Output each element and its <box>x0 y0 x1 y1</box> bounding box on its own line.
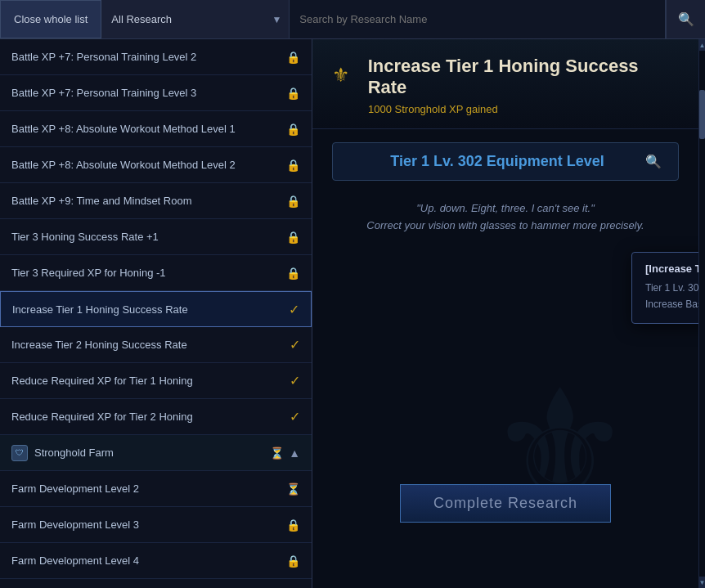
lock-icon: 🔒 <box>286 267 300 280</box>
close-whole-list-button[interactable]: Close whole list <box>0 0 101 38</box>
flavor-line1: "Up. down. Eight, three. I can't see it.… <box>332 200 679 218</box>
stronghold-farm-category[interactable]: 🛡 Stronghold Farm ⏳ ▲ <box>0 435 312 471</box>
list-item[interactable]: Reduce Required XP for Tier 2 Honing ✓ <box>0 399 312 435</box>
hourglass-icon: ⏳ <box>286 483 300 496</box>
app-header: Close whole list All Research ▼ 🔍 <box>0 0 705 39</box>
list-item-label: Battle XP +7: Personal Training Level 3 <box>11 87 196 99</box>
tooltip-line2: Increase Basic Honing Success Rate +20% <box>645 296 698 312</box>
scroll-up-arrow[interactable]: ▲ <box>699 39 705 51</box>
list-item-label: Battle XP +9: Time and Mindset Room <box>11 195 192 207</box>
category-actions: ⏳ ▲ <box>270 447 300 460</box>
tooltip-title: [Increase Tier 1 Honing Success Rate] <box>645 263 698 275</box>
shield-icon: 🛡 <box>11 445 28 461</box>
check-icon: ✓ <box>290 409 300 424</box>
detail-panel: ⚜ ⚜ Increase Tier 1 Honing Success Rate … <box>312 39 698 588</box>
research-filter-dropdown[interactable]: All Research <box>101 0 290 38</box>
check-icon: ✓ <box>290 337 300 352</box>
research-title-row: ⚜ Increase Tier 1 Honing Success Rate <box>332 56 679 98</box>
list-item[interactable]: Increase Tier 2 Honing Success Rate ✓ <box>0 327 312 363</box>
list-item[interactable]: Battle XP +9: Time and Mindset Room 🔒 <box>0 183 312 219</box>
list-item-label: Reduce Required XP for Tier 2 Honing <box>11 411 193 423</box>
search-input[interactable] <box>290 0 665 38</box>
lock-icon: 🔒 <box>286 51 300 64</box>
lock-icon: 🔒 <box>286 518 300 532</box>
equipment-search-icon[interactable]: 🔍 <box>645 154 662 169</box>
list-item[interactable]: Battle XP +8: Absolute Workout Method Le… <box>0 147 312 183</box>
list-item[interactable]: Battle XP +7: Personal Training Level 3 … <box>0 75 312 111</box>
list-item-label: Tier 3 Required XP for Honing -1 <box>11 267 166 279</box>
xp-label-text: Stronghold XP gained <box>395 103 498 115</box>
complete-btn-area: Complete Research <box>312 468 698 539</box>
list-item-label: Battle XP +7: Personal Training Level 2 <box>11 51 196 63</box>
research-filter-dropdown-wrap: All Research ▼ <box>101 0 290 38</box>
list-item[interactable]: Farm Development Level 4 🔒 <box>0 543 312 579</box>
research-title: Increase Tier 1 Honing Success Rate <box>368 56 679 98</box>
list-item-label: Farm Development Level 2 <box>11 483 139 495</box>
check-icon: ✓ <box>290 373 300 388</box>
list-item-label: Battle XP +8: Absolute Workout Method Le… <box>11 123 236 135</box>
list-item-label: Tier 3 Honing Success Rate +1 <box>11 231 159 243</box>
list-item[interactable]: Battle XP +7: Personal Training Level 2 … <box>0 39 312 75</box>
list-item[interactable]: Tier 3 Required XP for Honing -1 🔒 <box>0 255 312 291</box>
lock-icon: 🔒 <box>286 123 300 136</box>
search-icon: 🔍 <box>678 11 694 27</box>
check-icon: ✓ <box>289 302 299 317</box>
equipment-level-title: Tier 1 Lv. 302 Equipment Level <box>349 153 645 170</box>
equipment-level-box: Tier 1 Lv. 302 Equipment Level 🔍 <box>332 142 679 181</box>
list-item[interactable]: Farm Development Level 2 ⏳ <box>0 471 312 507</box>
scroll-down-arrow[interactable]: ▼ <box>699 577 705 588</box>
lock-icon: 🔒 <box>286 231 300 244</box>
list-item[interactable]: Farm Development Level 3 🔒 <box>0 507 312 543</box>
list-item-label: Battle XP +8: Absolute Workout Method Le… <box>11 159 236 171</box>
chevron-up-icon[interactable]: ▲ <box>289 447 300 460</box>
research-emblem-icon: ⚜ <box>332 64 358 90</box>
list-item[interactable]: Tier 3 Honing Success Rate +1 🔒 <box>0 219 312 255</box>
list-item-label: Reduce Required XP for Tier 1 Honing <box>11 375 193 387</box>
lock-icon: 🔒 <box>286 159 300 172</box>
list-item-label: Increase Tier 1 Honing Success Rate <box>12 303 188 316</box>
research-header: ⚜ Increase Tier 1 Honing Success Rate 10… <box>312 39 698 129</box>
tooltip-box: [Increase Tier 1 Honing Success Rate] Ti… <box>631 252 698 324</box>
xp-amount: 1000 <box>368 103 392 115</box>
lock-icon: 🔒 <box>286 87 300 100</box>
flavor-text: "Up. down. Eight, three. I can't see it.… <box>312 194 698 241</box>
hourglass-icon: ⏳ <box>270 447 284 460</box>
background-emblem: ⚜ <box>420 310 698 588</box>
vertical-scrollbar: ▲ ▼ <box>698 39 705 588</box>
list-item-label: Increase Tier 2 Honing Success Rate <box>11 339 187 351</box>
flavor-line2: Correct your vision with glasses to hamm… <box>332 218 679 235</box>
search-button[interactable]: 🔍 <box>666 0 705 38</box>
list-item[interactable]: Battle XP +8: Absolute Workout Method Le… <box>0 111 312 147</box>
category-label: Stronghold Farm <box>34 447 270 459</box>
sidebar: Battle XP +7: Personal Training Level 2 … <box>0 39 312 588</box>
scrollbar-thumb[interactable] <box>699 90 705 139</box>
xp-badge: 1000 Stronghold XP gained <box>368 103 679 115</box>
list-item[interactable]: Reduce Required XP for Tier 1 Honing ✓ <box>0 363 312 399</box>
list-item-label: Farm Development Level 3 <box>11 518 139 531</box>
lock-icon: 🔒 <box>286 195 300 208</box>
tooltip-line1: Tier 1 Lv. 302 Equipment Level 1-15 <box>645 280 698 296</box>
lock-icon: 🔒 <box>286 554 300 568</box>
research-list: Battle XP +7: Personal Training Level 2 … <box>0 39 312 588</box>
complete-research-button[interactable]: Complete Research <box>400 484 611 523</box>
list-item-label: Farm Development Level 4 <box>11 554 139 567</box>
search-wrap <box>290 0 666 38</box>
list-item-active[interactable]: Increase Tier 1 Honing Success Rate ✓ <box>0 291 312 327</box>
main-layout: Battle XP +7: Personal Training Level 2 … <box>0 39 705 588</box>
